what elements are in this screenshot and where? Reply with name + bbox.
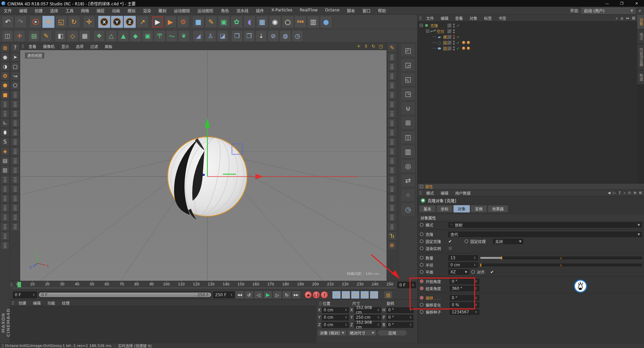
attr-expand-icon[interactable]: ⊞ [639, 191, 642, 195]
menu-item-18[interactable]: Octane [321, 8, 343, 13]
size-x-field[interactable]: 352.908 cm⇕ [354, 307, 381, 313]
menu-item-0[interactable]: 文件 [0, 8, 15, 13]
spline-pen-icon[interactable]: ✎ [205, 16, 217, 28]
grid-icon-r9[interactable]: ⣿ [388, 128, 396, 137]
record-rotation-button[interactable]: ↻ [351, 291, 360, 299]
timer-icon[interactable]: ◷ [292, 30, 303, 42]
material-menu-2[interactable]: 功能 [44, 300, 58, 306]
timeline-range-slider[interactable]: 0 F250 F [38, 292, 212, 298]
environment-icon[interactable]: ▦ [256, 16, 268, 28]
visibility-dots[interactable] [453, 35, 455, 39]
menu-item-15[interactable]: 插件 [252, 8, 268, 13]
fix-clone-checkbox[interactable]: ✔ [448, 239, 452, 244]
material-menu-1[interactable]: 编辑 [30, 300, 44, 306]
modeling-icon-18[interactable]: ◪ [217, 30, 228, 42]
object-name[interactable]: 空白 [437, 29, 444, 34]
fix-texture-anim-dot[interactable] [465, 239, 468, 243]
attr-forward-icon[interactable]: ▷ [613, 191, 615, 195]
modeling-icon-1[interactable]: ◫ [2, 30, 13, 42]
grid-icon-b2[interactable]: ⣿ [11, 100, 19, 109]
object-row-螺旋[interactable]: ▰螺旋✓ [418, 34, 637, 40]
pattern-icon-1[interactable]: ▤ [1, 156, 9, 165]
tag-icon[interactable] [462, 47, 465, 50]
plane-dropdown[interactable]: XZ▼ [448, 269, 469, 275]
clone-anim-dot[interactable] [420, 232, 424, 236]
viewport-menu-1[interactable]: 摄像机 [40, 44, 58, 49]
keyframe-selection-button[interactable]: ? [321, 291, 328, 299]
menu-item-16[interactable]: X-Particles [268, 8, 296, 13]
render-visibility-dot[interactable] [453, 26, 455, 28]
modeling-icon-4[interactable]: ✎ [40, 30, 52, 42]
object-name[interactable]: 克隆 [430, 23, 438, 28]
enabled-checkmark-icon[interactable]: ✓ [456, 23, 460, 28]
axis-cube-icon-2[interactable]: ◲ [401, 58, 415, 72]
grid-icon-a10[interactable]: ⣿ [1, 241, 9, 250]
modeling-icon-8[interactable]: ❖ [93, 30, 105, 42]
move-tool-icon[interactable]: ✛ [42, 16, 54, 28]
layer-square-icon[interactable] [447, 24, 451, 28]
om-menu-1[interactable]: 编辑 [437, 15, 452, 21]
menu-item-21[interactable]: 帮助 [374, 8, 390, 13]
menu-item-8[interactable]: 模拟 [124, 8, 139, 13]
object-row-圆环[interactable]: ◌圆环✓ [418, 40, 637, 45]
attr-tab-变换[interactable]: 变换 [471, 205, 487, 212]
vp-maximize-icon[interactable]: ◳ [378, 44, 384, 49]
grid-icon-r11[interactable]: ⣿ [388, 147, 396, 156]
menu-item-3[interactable]: 选择 [46, 8, 62, 13]
menu-item-5[interactable]: 网格 [77, 8, 93, 13]
attr-tab-坐标[interactable]: 坐标 [436, 205, 453, 212]
psr-icon[interactable]: PSR [294, 16, 307, 28]
menu-item-6[interactable]: 捕捉 [93, 8, 108, 13]
grid-icon-b11[interactable]: ⣿ [11, 185, 19, 193]
attr-menu-2[interactable]: 用户数据 [452, 190, 474, 196]
count-anim-dot[interactable] [420, 256, 424, 260]
clock-icon[interactable]: ◷ [401, 203, 415, 216]
viewport-menu-3[interactable]: 选项 [73, 44, 87, 49]
grid-icon-a3[interactable]: ⣿ [1, 175, 9, 184]
enabled-checkmark-icon[interactable]: ✓ [456, 35, 460, 39]
menu-item-11[interactable]: 运动跟踪 [170, 8, 194, 13]
modeling-icon-17[interactable]: ♙ [205, 30, 216, 42]
snap-magnet-icon[interactable]: ⊍ [401, 102, 415, 115]
live-selection-icon[interactable]: ➤ [30, 16, 42, 28]
grid-icon-r16[interactable]: ⣿ [388, 194, 396, 203]
visibility-dots[interactable] [453, 41, 455, 45]
record-keyframe-button[interactable]: ◆ [305, 291, 312, 299]
camera-icon[interactable]: ◉ [269, 16, 281, 28]
attr-menu-0[interactable]: 模式 [423, 190, 437, 196]
grid-icon-r13[interactable]: ⣿ [388, 166, 396, 175]
record-pla-button[interactable]: ⣿ [370, 291, 378, 299]
last-tool-icon[interactable]: ✛ [83, 16, 95, 28]
grid-icon-a6[interactable]: ⣿ [1, 203, 9, 212]
coord-mode-dropdown[interactable]: 对象 (相对)▼ [318, 330, 347, 336]
tag-icon[interactable] [462, 41, 465, 44]
enabled-checkmark-icon[interactable]: ✓ [456, 46, 460, 51]
grid-icon-b6[interactable]: ⣿ [11, 138, 19, 146]
grid-icon-b4[interactable]: ⣿ [11, 119, 19, 127]
grid-icon-r15[interactable]: ⣿ [388, 185, 396, 193]
modeling-icon-7[interactable]: ▦ [79, 30, 90, 42]
menubar-search-icon[interactable]: ⌕ [637, 8, 643, 13]
count-slider[interactable] [480, 257, 642, 259]
om-add-icon[interactable]: ⊞ [632, 16, 635, 21]
gear-icon[interactable]: ⚙ [388, 241, 396, 250]
view-label[interactable]: 透视视图 [25, 52, 44, 59]
attr-search-icon[interactable]: ⌕ [623, 191, 626, 195]
menu-item-9[interactable]: 渲染 [139, 8, 155, 13]
grid-icon-b8[interactable]: ⣿ [11, 156, 19, 165]
size-z-field[interactable]: 352.908 cm⇕ [354, 322, 381, 328]
offset-variation-anim-dot[interactable] [420, 303, 424, 307]
object-manager-grip[interactable]: ⣿ [418, 16, 423, 20]
visibility-dots[interactable] [453, 29, 455, 33]
restore-button[interactable]: ❐ [614, 1, 629, 6]
editor-visibility-dot[interactable] [453, 41, 455, 42]
plane-anim-dot[interactable] [420, 270, 424, 274]
tracer-icon[interactable]: ⊘ [268, 30, 279, 42]
axis-cube-icon-1[interactable]: ◰ [401, 44, 415, 57]
tag-icon[interactable] [467, 47, 470, 50]
offset-field[interactable]: 0 °⇕ [450, 295, 479, 301]
side-tab-1[interactable]: 场次 [637, 30, 644, 44]
modeling-icon-11[interactable]: ◆ [130, 30, 141, 42]
menu-item-1[interactable]: 编辑 [15, 8, 31, 13]
record-position-button[interactable]: ✛ [332, 291, 341, 299]
